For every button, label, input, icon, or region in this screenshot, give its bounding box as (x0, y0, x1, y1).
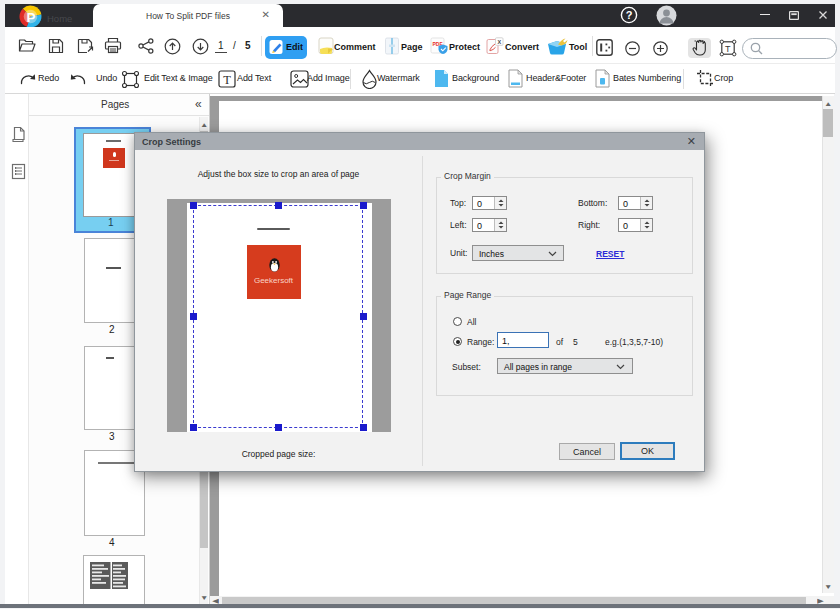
svg-text:T: T (223, 73, 231, 87)
svg-text:P: P (27, 10, 36, 25)
svg-text:?: ? (626, 9, 633, 21)
svg-text:T: T (725, 44, 731, 54)
svg-text:X: X (498, 39, 502, 45)
